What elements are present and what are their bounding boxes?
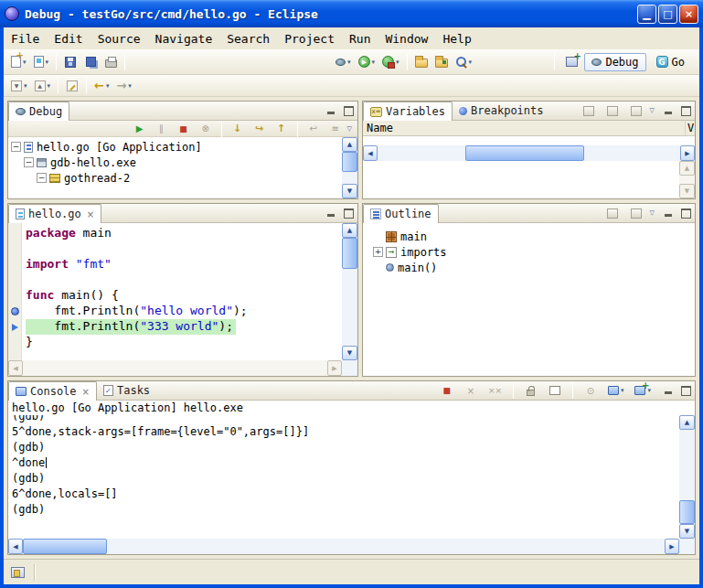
minus-expander-icon[interactable]: − (37, 173, 47, 183)
variables-column-header[interactable]: Name V (363, 121, 695, 136)
dropdown-icon[interactable]: ▾ (396, 59, 399, 66)
tree-row[interactable]: −gothread-2 (8, 170, 342, 186)
back-button[interactable]: ←▾ (91, 76, 112, 96)
show-logical-structures-button[interactable] (603, 101, 622, 121)
menu-help[interactable]: Help (435, 29, 478, 48)
open-console-button[interactable]: ▾ (632, 380, 654, 401)
breakpoint-icon[interactable] (11, 307, 19, 315)
pin-console-button[interactable]: ⊙ (581, 380, 600, 401)
show-type-names-button[interactable] (580, 101, 598, 121)
minimize-view-icon[interactable] (663, 385, 675, 396)
remove-launch-button[interactable]: × (462, 380, 480, 401)
open-perspective-button[interactable] (562, 52, 581, 72)
dropdown-icon[interactable]: ▾ (48, 82, 51, 90)
step-return-button[interactable]: ↑ (272, 119, 291, 139)
step-filters-button[interactable]: ≡ (326, 119, 345, 139)
minimize-view-icon[interactable] (663, 105, 675, 116)
scrollbar-thumb[interactable] (465, 145, 584, 161)
vertical-scrollbar[interactable]: ▲ ▼ (679, 415, 695, 539)
external-tools-button[interactable]: ▾ (379, 52, 402, 72)
scroll-right-button[interactable]: ▶ (680, 145, 695, 161)
close-icon[interactable]: × (87, 209, 94, 219)
drop-to-frame-button[interactable]: ↩ (304, 119, 323, 139)
scroll-up-button[interactable]: ▲ (679, 161, 695, 176)
menu-search[interactable]: Search (219, 29, 277, 48)
step-into-button[interactable]: ↓ (229, 119, 247, 139)
display-selected-console-button[interactable]: ▾ (605, 380, 627, 401)
menu-window[interactable]: Window (378, 29, 435, 48)
scroll-left-button[interactable]: ◀ (363, 145, 378, 161)
resume-button[interactable]: ▶ (131, 119, 149, 139)
minimize-view-icon[interactable] (663, 208, 675, 219)
scroll-down-button[interactable]: ▼ (679, 184, 695, 198)
scrollbar-track[interactable] (23, 539, 665, 554)
tree-row[interactable]: −hello.go [Go Application] (8, 139, 342, 155)
menu-project[interactable]: Project (277, 29, 342, 48)
scroll-down-button[interactable]: ▼ (679, 524, 695, 539)
scrollbar-track[interactable] (342, 238, 357, 346)
maximize-button[interactable]: □ (658, 5, 677, 24)
minimize-view-icon[interactable] (325, 105, 337, 116)
minimize-button[interactable]: ▁ (637, 5, 656, 24)
scroll-down-button[interactable]: ▼ (342, 184, 357, 198)
dropdown-icon[interactable]: ▾ (372, 59, 376, 66)
horizontal-scrollbar-disabled[interactable]: ◀ ▶ (8, 360, 342, 376)
dropdown-icon[interactable]: ▾ (128, 82, 132, 90)
vertical-scrollbar[interactable]: ▲ ▼ (342, 223, 357, 360)
tree-row[interactable]: main (370, 229, 695, 244)
tab-variables[interactable]: Variables (363, 102, 453, 121)
scroll-left-button[interactable]: ◀ (8, 539, 23, 554)
perspective-go-button[interactable]: Go (649, 53, 692, 71)
minus-expander-icon[interactable]: − (24, 157, 34, 167)
tree-row[interactable]: +imports (370, 244, 695, 260)
menu-run[interactable]: Run (342, 29, 378, 48)
debug-tree[interactable]: −hello.go [Go Application]−gdb-hello.exe… (8, 137, 342, 198)
editor-gutter[interactable] (8, 223, 22, 360)
terminate-button[interactable]: ■ (175, 119, 193, 139)
dropdown-icon[interactable]: ▾ (347, 59, 351, 66)
debug-button[interactable]: ▾ (333, 52, 354, 72)
tab-outline[interactable]: Outline (363, 204, 439, 223)
scrollbar-thumb[interactable] (23, 539, 107, 554)
tab-console[interactable]: Console × (8, 381, 97, 401)
scroll-up-button[interactable]: ▲ (679, 415, 695, 430)
scroll-up-button[interactable]: ▲ (342, 223, 357, 238)
step-over-button[interactable]: ↪ (250, 119, 269, 139)
new-go-element-button[interactable]: ▾ (31, 52, 52, 72)
disconnect-button[interactable]: ⊗ (197, 119, 215, 139)
scroll-down-button[interactable]: ▼ (342, 346, 357, 360)
maximize-view-icon[interactable] (679, 385, 691, 396)
import-folder-button[interactable] (432, 52, 451, 72)
scrollbar-thumb[interactable] (342, 238, 357, 269)
scrollbar-track[interactable] (378, 145, 680, 161)
vertical-scrollbar-disabled[interactable]: ▲ ▼ (679, 161, 695, 198)
vertical-scrollbar[interactable]: ▲ ▼ (342, 137, 357, 198)
new-wizard-button[interactable]: ▾ (8, 52, 29, 72)
dropdown-icon[interactable]: ▾ (46, 59, 49, 66)
run-button[interactable]: ▾ (356, 52, 378, 72)
horizontal-scrollbar[interactable]: ◀ ▶ (8, 539, 679, 554)
menu-source[interactable]: Source (91, 29, 148, 48)
close-button[interactable]: × (679, 5, 698, 24)
search-button[interactable]: ▾ (453, 52, 475, 72)
tab-debug[interactable]: Debug (8, 102, 69, 121)
maximize-view-icon[interactable] (342, 208, 354, 219)
menu-navigate[interactable]: Navigate (148, 29, 220, 48)
menu-edit[interactable]: Edit (47, 29, 90, 48)
clear-console-button[interactable] (546, 380, 564, 401)
suspend-button[interactable]: ∥ (153, 119, 171, 139)
editor-code-area[interactable]: package mainimport "fmt"func main() { fm… (22, 223, 342, 360)
last-edit-location-button[interactable] (63, 76, 81, 96)
maximize-view-icon[interactable] (679, 208, 691, 219)
maximize-view-icon[interactable] (342, 105, 354, 116)
column-name[interactable]: Name (363, 121, 686, 135)
scroll-lock-button[interactable] (522, 380, 540, 401)
close-icon[interactable]: × (82, 387, 90, 397)
open-folder-button[interactable] (412, 52, 431, 72)
dropdown-icon[interactable]: ▾ (469, 59, 473, 66)
title-bar[interactable]: Debug - testGo/src/cmd/hello.go - Eclips… (0, 0, 703, 27)
collapse-all-button[interactable] (627, 101, 645, 121)
scroll-right-button[interactable]: ▶ (327, 360, 342, 376)
previous-annotation-button[interactable]: ▾ (32, 76, 54, 96)
dropdown-icon[interactable]: ▾ (106, 82, 110, 90)
